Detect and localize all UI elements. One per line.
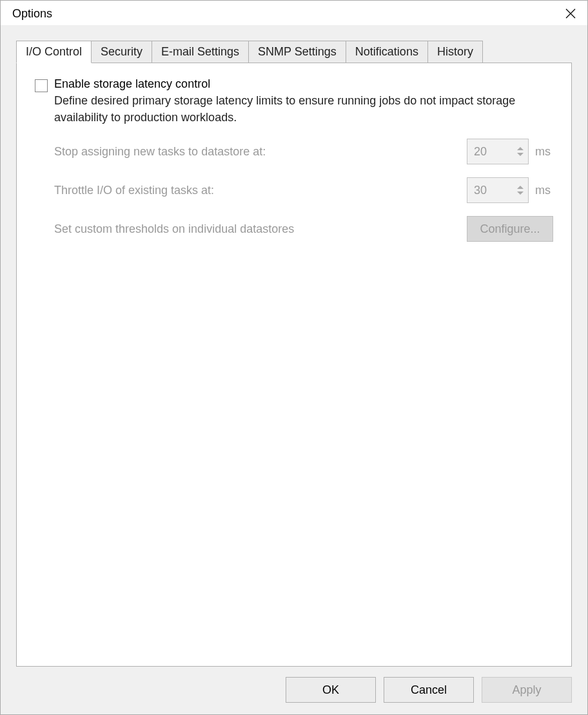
close-button[interactable] bbox=[563, 6, 578, 21]
window-title: Options bbox=[12, 7, 52, 21]
enable-latency-row: Enable storage latency control Define de… bbox=[35, 77, 553, 126]
enable-latency-description: Define desired primary storage latency l… bbox=[54, 92, 553, 126]
stop-tasks-value: 20 bbox=[467, 145, 513, 159]
options-dialog: Options I/O Control Security E-mail Sett… bbox=[0, 0, 588, 715]
stop-tasks-unit: ms bbox=[535, 145, 553, 159]
stop-tasks-spinner[interactable]: 20 bbox=[467, 139, 529, 164]
cancel-button[interactable]: Cancel bbox=[384, 677, 474, 703]
enable-latency-checkbox[interactable] bbox=[35, 79, 48, 92]
throttle-spinner[interactable]: 30 bbox=[467, 177, 529, 203]
tab-io-control[interactable]: I/O Control bbox=[16, 41, 92, 63]
close-icon bbox=[565, 8, 576, 19]
spinner-arrows bbox=[513, 178, 528, 202]
checkbox-text-group: Enable storage latency control Define de… bbox=[54, 77, 553, 126]
throttle-unit: ms bbox=[535, 184, 553, 197]
stop-tasks-label: Stop assigning new tasks to datastore at… bbox=[54, 145, 467, 159]
tab-snmp-settings[interactable]: SNMP Settings bbox=[248, 41, 346, 63]
apply-button[interactable]: Apply bbox=[482, 677, 572, 703]
tab-email-settings[interactable]: E-mail Settings bbox=[152, 41, 249, 63]
chevron-down-icon[interactable] bbox=[517, 153, 524, 156]
chevron-down-icon[interactable] bbox=[517, 191, 524, 195]
ok-button[interactable]: OK bbox=[286, 677, 376, 703]
throttle-value: 30 bbox=[467, 184, 513, 197]
throttle-row: Throttle I/O of existing tasks at: 30 ms bbox=[35, 177, 553, 203]
throttle-label: Throttle I/O of existing tasks at: bbox=[54, 184, 467, 197]
tab-panel-io-control: Enable storage latency control Define de… bbox=[16, 63, 572, 667]
stop-tasks-row: Stop assigning new tasks to datastore at… bbox=[35, 139, 553, 164]
configure-button[interactable]: Configure... bbox=[467, 216, 553, 242]
dialog-footer: OK Cancel Apply bbox=[16, 677, 572, 703]
enable-latency-label: Enable storage latency control bbox=[54, 77, 553, 91]
tab-notifications[interactable]: Notifications bbox=[346, 41, 428, 63]
chevron-up-icon[interactable] bbox=[517, 147, 524, 150]
chevron-up-icon[interactable] bbox=[517, 186, 524, 189]
custom-thresholds-label: Set custom thresholds on individual data… bbox=[54, 222, 467, 236]
custom-thresholds-row: Set custom thresholds on individual data… bbox=[35, 216, 553, 242]
titlebar: Options bbox=[1, 1, 587, 25]
tab-security[interactable]: Security bbox=[91, 41, 152, 63]
tab-history[interactable]: History bbox=[427, 41, 483, 63]
tab-strip: I/O Control Security E-mail Settings SNM… bbox=[16, 41, 572, 63]
dialog-body: I/O Control Security E-mail Settings SNM… bbox=[1, 25, 587, 714]
spinner-arrows bbox=[513, 139, 528, 164]
